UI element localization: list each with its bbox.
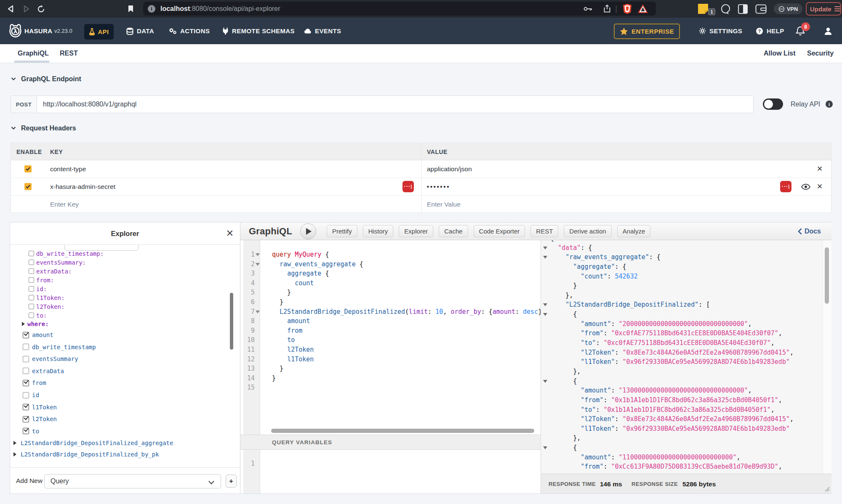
password-manager-icon[interactable]: ···| <box>402 181 414 192</box>
explorer-field-amount[interactable]: amount <box>23 329 53 341</box>
checkbox-icon[interactable] <box>29 286 34 292</box>
docs-link[interactable]: Docs <box>798 223 821 240</box>
share-icon[interactable] <box>604 2 610 16</box>
derive-action-button[interactable]: Derive action <box>564 225 612 237</box>
address-bar[interactable]: i localhost:8080/console/api/api-explore… <box>143 2 656 16</box>
prettify-button[interactable]: Prettify <box>327 225 357 237</box>
bookmark-icon[interactable] <box>128 0 134 18</box>
explorer-field-eventsSummary[interactable]: eventsSummary <box>23 353 78 365</box>
query-horizontal-scrollbar[interactable] <box>271 429 534 433</box>
explorer-close-icon[interactable]: ✕ <box>225 228 235 239</box>
resize-handle[interactable] <box>824 486 830 492</box>
query-variables-header[interactable]: QUERY VARIABLES <box>240 435 541 450</box>
link-security[interactable]: Security <box>807 44 834 63</box>
enable-checkbox[interactable] <box>24 183 32 190</box>
fold-arrow-icon[interactable] <box>543 446 547 449</box>
wallet-extension-icon[interactable] <box>755 0 767 18</box>
checkbox-icon[interactable] <box>23 368 29 374</box>
explorer-arg-eventsSummary[interactable]: eventsSummary: <box>29 258 86 267</box>
link-allow-list[interactable]: Allow List <box>764 44 796 63</box>
vpn-button[interactable]: VPN <box>774 3 802 14</box>
checkbox-icon[interactable] <box>23 356 29 362</box>
checkbox-checked-icon[interactable] <box>23 416 29 422</box>
expand-arrow-icon[interactable] <box>13 441 16 445</box>
add-operation-button[interactable]: + <box>226 475 237 488</box>
nav-tab-remote-schemas[interactable]: REMOTE SCHEMAS <box>222 18 295 44</box>
enterprise-button[interactable]: ENTERPRISE <box>614 24 680 39</box>
new-header-value-input[interactable]: Enter Value <box>427 196 461 213</box>
header-key[interactable]: content-type <box>50 160 86 178</box>
checkbox-icon[interactable] <box>29 313 34 318</box>
nav-settings[interactable]: SETTINGS <box>699 18 742 44</box>
explorer-field-l2Token[interactable]: l2Token <box>23 413 57 425</box>
checkbox-icon[interactable] <box>23 392 29 398</box>
fold-arrow-icon[interactable] <box>256 263 260 266</box>
split-screen-extension-icon[interactable] <box>738 0 748 18</box>
update-browser-button[interactable]: Update <box>806 2 841 16</box>
explorer-field-from[interactable]: from <box>23 377 46 389</box>
checkbox-checked-icon[interactable] <box>23 380 29 386</box>
checkbox-checked-icon[interactable] <box>23 428 29 434</box>
user-profile-icon[interactable] <box>823 18 833 44</box>
response-scrollbar[interactable] <box>825 247 829 304</box>
explorer-field-extraData[interactable]: extraData <box>23 365 64 377</box>
notifications-bell-icon[interactable] <box>796 18 805 44</box>
relay-api-toggle[interactable] <box>763 98 783 110</box>
explorer-field-to[interactable]: to <box>23 425 39 437</box>
explorer-field-id[interactable]: id <box>23 389 39 401</box>
explorer-arg-where[interactable]: where: <box>22 319 49 328</box>
nav-tab-events[interactable]: EVENTS <box>304 18 341 44</box>
tab-rest[interactable]: REST <box>60 44 78 63</box>
remove-header-icon[interactable]: ✕ <box>816 183 823 190</box>
headers-collapse-icon[interactable] <box>11 125 16 131</box>
enable-checkbox[interactable] <box>24 165 32 172</box>
hasura-logo[interactable]: λ <box>8 18 23 44</box>
code-exporter-button[interactable]: Code Exporter <box>474 225 525 237</box>
relay-info-icon[interactable]: i <box>826 101 833 108</box>
header-key[interactable]: x-hasura-admin-secret <box>50 178 115 196</box>
forward-icon[interactable] <box>23 0 30 18</box>
checkbox-icon[interactable] <box>29 295 34 300</box>
nav-tab-data[interactable]: DATA <box>126 18 154 44</box>
reload-icon[interactable] <box>37 0 45 18</box>
nav-tab-api[interactable]: API <box>84 24 114 40</box>
explorer-field-db_write_timestamp[interactable]: db_write_timestamp <box>23 341 96 353</box>
tab-graphiql[interactable]: GraphiQL <box>18 44 49 63</box>
remove-header-icon[interactable]: ✕ <box>816 166 823 172</box>
cache-button[interactable]: Cache <box>439 225 468 237</box>
query-editor[interactable]: 1query MyQuery {2 raw_events_aggregate {… <box>240 240 541 435</box>
expand-arrow-icon[interactable] <box>22 322 25 326</box>
checkbox-checked-icon[interactable] <box>23 404 29 410</box>
new-header-key-input[interactable]: Enter Key <box>50 196 79 213</box>
checkbox-icon[interactable] <box>29 260 34 265</box>
header-value-masked[interactable]: ••••••• <box>427 178 450 196</box>
menu-icon[interactable] <box>834 6 840 11</box>
endpoint-url-input[interactable]: http://localhost:8080/v1/graphql <box>37 95 754 113</box>
adblock-warning-icon[interactable] <box>637 2 648 16</box>
checkbox-icon[interactable] <box>29 251 34 256</box>
explorer-field-L2StandardBridge_DepositFinalized_by_pk[interactable]: L2StandardBridge_DepositFinalized_by_pk <box>13 450 159 459</box>
header-value[interactable]: application/json <box>427 160 472 178</box>
nav-help[interactable]: ? HELP <box>756 18 784 44</box>
checkbox-icon[interactable] <box>29 304 34 309</box>
brave-shield-icon[interactable] <box>622 2 632 16</box>
explorer-arg-db_write_timestamp[interactable]: db_write_timestamp: <box>29 249 104 258</box>
expand-arrow-icon[interactable] <box>13 452 16 456</box>
fold-arrow-icon[interactable] <box>543 313 547 316</box>
checkbox-icon[interactable] <box>23 344 29 350</box>
reveal-value-eye-icon[interactable] <box>801 178 810 196</box>
explorer-arg-from[interactable]: from: <box>29 276 54 284</box>
site-info-icon[interactable]: i <box>148 5 155 13</box>
back-icon[interactable] <box>7 0 14 18</box>
explorer-field-l1Token[interactable]: l1Token <box>23 401 57 413</box>
fold-arrow-icon[interactable] <box>256 310 260 313</box>
explorer-arg-to[interactable]: to: <box>29 311 47 320</box>
fold-arrow-icon[interactable] <box>543 303 547 306</box>
explorer-arg-id[interactable]: id: <box>29 284 47 293</box>
checkbox-icon[interactable] <box>29 277 34 283</box>
explorer-arg-l1Token[interactable]: l1Token: <box>29 293 64 302</box>
checkbox-icon[interactable] <box>29 268 34 274</box>
fold-arrow-icon[interactable] <box>543 256 547 259</box>
query-variables-editor[interactable]: 1 <box>240 450 541 493</box>
nav-tab-actions[interactable]: ACTIONS <box>169 18 210 44</box>
